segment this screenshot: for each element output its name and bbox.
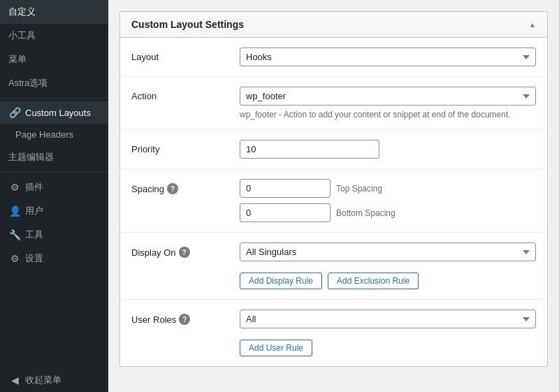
layout-control: Hooks Header Footer 404 Page — [240, 48, 536, 66]
main-content: Custom Layout Settings ▲ Layout Hooks He… — [108, 0, 559, 392]
bottom-spacing-label: Bottom Spacing — [336, 208, 395, 218]
spacing-help-icon[interactable]: ? — [167, 183, 178, 194]
sidebar-item-settings[interactable]: ⚙ 设置 — [0, 247, 108, 270]
sidebar-item-customize[interactable]: 自定义 — [0, 0, 108, 24]
layout-row: Layout Hooks Header Footer 404 Page — [120, 38, 547, 77]
sidebar-item-page-headers[interactable]: Page Headers — [0, 124, 108, 145]
spacing-inputs: Top Spacing Bottom Spacing — [240, 179, 536, 222]
sidebar-divider-2 — [0, 172, 108, 173]
add-user-rule-button[interactable]: Add User Rule — [240, 340, 312, 356]
sidebar-item-astra[interactable]: Astra选项 — [0, 71, 108, 95]
bottom-spacing-row: Bottom Spacing — [240, 203, 536, 222]
layout-select[interactable]: Hooks Header Footer 404 Page — [240, 48, 536, 66]
spacing-label: Spacing ? — [131, 179, 240, 194]
add-display-rule-button[interactable]: Add Display Rule — [240, 273, 322, 289]
users-icon: 👤 — [8, 205, 21, 217]
action-label: Action — [131, 87, 240, 101]
action-description: wp_footer - Action to add your content o… — [240, 110, 536, 119]
sidebar-item-tools[interactable]: 🔧 工具 — [0, 223, 108, 247]
action-row: Action wp_footer wp_header wp_body_open … — [120, 77, 547, 130]
top-spacing-row: Top Spacing — [240, 179, 536, 198]
sidebar-item-theme-editor[interactable]: 主题编辑器 — [0, 145, 108, 169]
sidebar-item-collapse[interactable]: ◀ 收起菜单 — [0, 368, 108, 392]
priority-control — [240, 140, 536, 159]
sidebar-item-users[interactable]: 👤 用户 — [0, 199, 108, 223]
sidebar-item-plugins[interactable]: ⚙ 插件 — [0, 175, 108, 199]
action-control: wp_footer wp_header wp_body_open wp_foot… — [240, 87, 536, 119]
add-exclusion-rule-button[interactable]: Add Exclusion Rule — [328, 273, 419, 289]
user-roles-button-group: Add User Rule — [240, 340, 536, 356]
user-roles-select[interactable]: All Logged In Logged Out — [240, 310, 536, 328]
settings-header: Custom Layout Settings ▲ — [120, 12, 547, 38]
sidebar: 自定义 小工具 菜单 Astra选项 🔗 Custom Layouts Page… — [0, 0, 108, 392]
collapse-panel-icon[interactable]: ▲ — [529, 21, 536, 29]
action-select[interactable]: wp_footer wp_header wp_body_open — [240, 87, 536, 106]
display-on-row: Display On ? All Singulars Entire Site A… — [120, 233, 547, 300]
display-on-label: Display On ? — [131, 242, 240, 258]
priority-input[interactable] — [240, 140, 379, 159]
user-roles-controls: All Logged In Logged Out Add User Rule — [240, 310, 536, 356]
tools-icon: 🔧 — [8, 229, 21, 240]
display-on-select[interactable]: All Singulars Entire Site All Archives — [240, 242, 536, 261]
display-on-control: All Singulars Entire Site All Archives A… — [240, 242, 536, 289]
priority-row: Priority — [120, 130, 547, 169]
user-roles-help-icon[interactable]: ? — [179, 314, 190, 325]
settings-panel: Custom Layout Settings ▲ Layout Hooks He… — [119, 11, 548, 367]
spacing-row: Spacing ? Top Spacing Bottom Spacing — [120, 169, 547, 233]
panel-title: Custom Layout Settings — [131, 19, 244, 30]
priority-label: Priority — [131, 140, 240, 154]
sidebar-divider-1 — [0, 98, 108, 99]
sidebar-item-custom-layouts[interactable]: 🔗 Custom Layouts — [0, 101, 108, 124]
collapse-icon: ◀ — [8, 375, 21, 386]
settings-icon: ⚙ — [8, 253, 21, 264]
user-roles-row: User Roles ? All Logged In Logged Out Ad… — [120, 300, 547, 366]
top-spacing-label: Top Spacing — [336, 184, 382, 194]
spacing-control: Top Spacing Bottom Spacing — [240, 179, 536, 222]
display-on-button-group: Add Display Rule Add Exclusion Rule — [240, 273, 536, 289]
display-on-controls: All Singulars Entire Site All Archives A… — [240, 242, 536, 289]
sidebar-item-widgets[interactable]: 小工具 — [0, 24, 108, 48]
custom-layouts-icon: 🔗 — [8, 107, 21, 118]
top-spacing-input[interactable] — [240, 179, 331, 198]
layout-label: Layout — [131, 48, 240, 62]
plugins-icon: ⚙ — [8, 182, 21, 193]
display-on-help-icon[interactable]: ? — [179, 247, 190, 258]
bottom-spacing-input[interactable] — [240, 203, 331, 222]
user-roles-control: All Logged In Logged Out Add User Rule — [240, 310, 536, 356]
sidebar-item-menu[interactable]: 菜单 — [0, 48, 108, 71]
user-roles-label: User Roles ? — [131, 310, 240, 325]
